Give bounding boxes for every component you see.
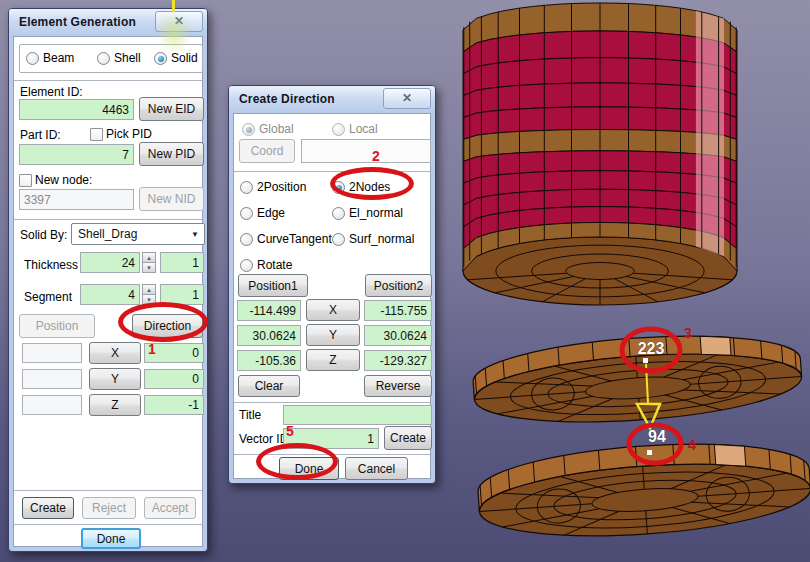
y-axis-button[interactable]: Y (89, 368, 141, 390)
element-id-field[interactable]: 4463 (19, 99, 134, 120)
global-radio-label: Global (259, 122, 294, 136)
position-y-field[interactable] (22, 369, 82, 389)
pick-pid-label: Pick PID (106, 127, 152, 141)
create-button[interactable]: Create (22, 497, 74, 519)
coord-field (301, 139, 431, 163)
application-window: { "icons": { "close": "✕", "dropdown": "… (0, 0, 810, 562)
part-id-field[interactable]: 7 (19, 144, 134, 165)
accept-button: Accept (144, 497, 196, 519)
solid-by-value: Shell_Drag (72, 227, 186, 241)
shell-radio[interactable] (97, 52, 110, 65)
beam-radio[interactable] (26, 52, 39, 65)
point2-z-field[interactable]: -129.327 (364, 350, 432, 371)
new-node-checkbox[interactable] (19, 174, 32, 187)
edge-radio-label: Edge (257, 206, 285, 220)
shell-radio-label: Shell (114, 51, 141, 65)
point1-y-field[interactable]: 30.0624 (237, 325, 301, 346)
dialog-title: Create Direction (239, 92, 335, 106)
element-generation-dialog: Element Generation ✕ Beam Shell Solid El… (8, 8, 208, 552)
reverse-button[interactable]: Reverse (364, 375, 432, 397)
point1-z-field[interactable]: -105.36 (237, 350, 301, 371)
node-marker-223[interactable] (643, 358, 648, 363)
segment-stepper[interactable]: ▲ ▼ (142, 284, 156, 305)
y-axis-button[interactable]: Y (306, 324, 360, 346)
2position-radio-label: 2Position (257, 180, 306, 194)
position-x-field[interactable] (22, 343, 82, 363)
position-button: Position (19, 314, 95, 338)
position2-button[interactable]: Position2 (365, 274, 432, 297)
title-field[interactable] (283, 405, 432, 425)
point2-x-field[interactable]: -115.755 (364, 300, 432, 321)
point2-y-field[interactable]: 30.0624 (364, 325, 432, 346)
create-direction-titlebar[interactable]: Create Direction ✕ (229, 86, 435, 113)
pick-pid-checkbox[interactable] (90, 128, 103, 141)
global-radio (242, 123, 255, 136)
cancel-button[interactable]: Cancel (345, 457, 408, 480)
segment-field[interactable]: 4 (80, 284, 140, 305)
close-icon[interactable]: ✕ (155, 11, 203, 32)
done-button[interactable]: Done (279, 457, 339, 480)
spinner-up-icon[interactable]: ▲ (142, 284, 156, 294)
title-label: Title (239, 408, 261, 422)
chevron-down-icon: ▼ (186, 230, 204, 239)
direction-y-field[interactable]: 0 (144, 369, 204, 389)
create-direction-body: Global Local Coord 2Position 2Nodes Edge… (233, 113, 431, 479)
create-direction-dialog: Create Direction ✕ Global Local Coord 2P… (228, 85, 436, 484)
vector-id-field[interactable]: 1 (283, 428, 379, 449)
thickness-field[interactable]: 24 (80, 252, 140, 273)
thickness-mult-field[interactable]: 1 (160, 252, 204, 273)
el-normal-radio[interactable] (332, 207, 345, 220)
segment-label: Segment (24, 290, 72, 304)
z-axis-button[interactable]: Z (89, 394, 141, 416)
edge-radio[interactable] (240, 207, 253, 220)
element-id-label: Element ID: (20, 85, 83, 99)
close-icon[interactable]: ✕ (383, 88, 431, 109)
vector-id-label: Vector ID (239, 432, 288, 446)
new-nid-button: New NID (139, 187, 204, 211)
curvetangent-radio[interactable] (240, 233, 253, 246)
spinner-down-icon[interactable]: ▼ (142, 262, 156, 273)
rotate-radio[interactable] (240, 259, 253, 272)
solid-radio[interactable] (154, 52, 167, 65)
spinner-up-icon[interactable]: ▲ (142, 252, 156, 262)
create-button[interactable]: Create (384, 426, 432, 450)
surf-normal-radio-label: Surf_normal (349, 232, 414, 246)
annotation-step-4: 4 (688, 436, 697, 453)
x-axis-button[interactable]: X (306, 299, 360, 321)
new-node-field[interactable]: 3397 (19, 189, 134, 210)
local-radio-label: Local (349, 122, 378, 136)
2nodes-radio-label: 2Nodes (349, 180, 390, 194)
reject-button: Reject (82, 497, 136, 519)
curvetangent-radio-label: CurveTangent (257, 232, 332, 246)
2position-radio[interactable] (240, 181, 253, 194)
surf-normal-radio[interactable] (332, 233, 345, 246)
position-z-field[interactable] (22, 395, 82, 415)
node-label-94[interactable]: 94 (648, 428, 666, 445)
local-radio (332, 123, 345, 136)
thickness-stepper[interactable]: ▲ ▼ (142, 252, 156, 273)
coord-button: Coord (239, 139, 295, 163)
direction-button[interactable]: Direction (132, 314, 203, 338)
solid-radio-label: Solid (171, 51, 198, 65)
spinner-down-icon[interactable]: ▼ (142, 294, 156, 305)
x-axis-button[interactable]: X (89, 342, 141, 364)
direction-z-field[interactable]: -1 (144, 395, 204, 415)
z-axis-button[interactable]: Z (306, 349, 360, 371)
new-eid-button[interactable]: New EID (139, 97, 204, 121)
point1-x-field[interactable]: -114.499 (237, 300, 301, 321)
part-id-label: Part ID: (20, 128, 61, 142)
solid-by-dropdown[interactable]: Shell_Drag ▼ (71, 223, 205, 245)
position1-button[interactable]: Position1 (238, 274, 308, 297)
new-node-label: New node: (35, 173, 92, 187)
2nodes-radio[interactable] (332, 181, 345, 194)
new-pid-button[interactable]: New PID (139, 142, 204, 166)
clear-button[interactable]: Clear (238, 375, 300, 397)
done-button[interactable]: Done (81, 528, 141, 549)
element-generation-titlebar[interactable]: Element Generation ✕ (9, 9, 207, 36)
node-label-223[interactable]: 223 (638, 340, 665, 357)
node-marker-94[interactable] (647, 450, 652, 455)
segment-mult-field[interactable]: 1 (160, 284, 204, 305)
thickness-label: Thickness (24, 258, 78, 272)
element-generation-body: Beam Shell Solid Element ID: 4463 New EI… (13, 36, 203, 547)
direction-x-field[interactable]: 0 (144, 343, 204, 363)
